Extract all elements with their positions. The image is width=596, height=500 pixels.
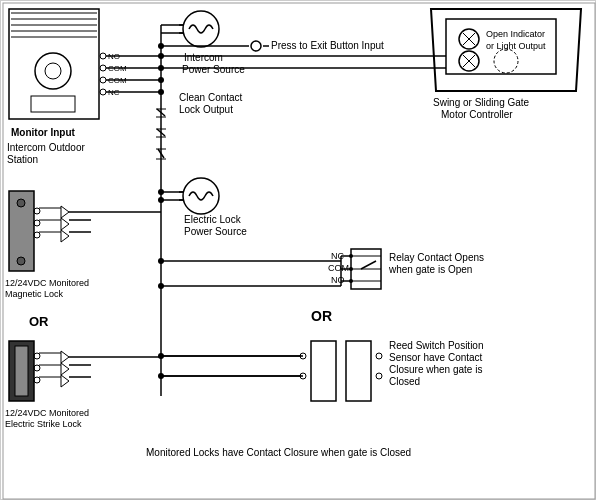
svg-text:Closed: Closed — [389, 376, 420, 387]
svg-rect-1 — [3, 3, 595, 499]
svg-point-45 — [158, 77, 164, 83]
svg-point-22 — [183, 11, 219, 47]
svg-text:OR: OR — [29, 314, 49, 329]
svg-text:Electric Lock: Electric Lock — [184, 214, 242, 225]
svg-point-121 — [376, 373, 382, 379]
svg-text:Motor Controller: Motor Controller — [441, 109, 513, 120]
svg-point-11 — [100, 53, 106, 59]
svg-line-103 — [361, 261, 376, 269]
svg-marker-77 — [61, 363, 69, 375]
svg-text:Electric Strike Lock: Electric Strike Lock — [5, 419, 82, 429]
svg-text:Open Indicator: Open Indicator — [486, 29, 545, 39]
svg-marker-62 — [61, 206, 69, 218]
svg-point-70 — [34, 353, 40, 359]
svg-point-150 — [158, 258, 164, 264]
svg-point-27 — [251, 41, 261, 51]
svg-text:COM: COM — [328, 263, 349, 273]
svg-point-72 — [34, 377, 40, 383]
svg-rect-117 — [346, 341, 371, 401]
svg-point-58 — [34, 232, 40, 238]
svg-point-9 — [45, 63, 61, 79]
svg-text:Press to Exit Button Input: Press to Exit Button Input — [271, 40, 384, 51]
svg-point-54 — [17, 199, 25, 207]
svg-text:Clean Contact: Clean Contact — [179, 92, 243, 103]
svg-point-139 — [494, 49, 518, 73]
svg-text:Relay Contact Opens: Relay Contact Opens — [389, 252, 484, 263]
svg-text:Power Source: Power Source — [184, 226, 247, 237]
svg-point-55 — [17, 257, 25, 265]
svg-marker-76 — [61, 351, 69, 363]
svg-text:Reed Switch Position: Reed Switch Position — [389, 340, 484, 351]
svg-point-46 — [158, 89, 164, 95]
svg-point-71 — [34, 365, 40, 371]
svg-marker-78 — [61, 375, 69, 387]
svg-point-89 — [158, 197, 164, 203]
svg-point-88 — [158, 189, 164, 195]
svg-marker-64 — [61, 230, 69, 242]
svg-point-13 — [100, 77, 106, 83]
svg-rect-116 — [311, 341, 336, 401]
svg-text:Station: Station — [7, 154, 38, 165]
svg-text:Power Source: Power Source — [182, 64, 245, 75]
svg-rect-69 — [15, 346, 28, 396]
svg-point-81 — [183, 178, 219, 214]
svg-text:Intercom: Intercom — [184, 52, 223, 63]
svg-point-57 — [34, 220, 40, 226]
svg-text:when gate is Open: when gate is Open — [388, 264, 472, 275]
svg-text:Intercom Outdoor: Intercom Outdoor — [7, 142, 85, 153]
svg-text:12/24VDC Monitored: 12/24VDC Monitored — [5, 278, 89, 288]
svg-text:Lock Output: Lock Output — [179, 104, 233, 115]
svg-text:Monitored Locks have Contact C: Monitored Locks have Contact Closure whe… — [146, 447, 411, 458]
svg-text:Closure when gate is: Closure when gate is — [389, 364, 482, 375]
svg-text:Sensor have Contact: Sensor have Contact — [389, 352, 483, 363]
wiring-diagram: NO COM COM NC Monitor Input Intercom Out… — [0, 0, 596, 500]
svg-point-12 — [100, 65, 106, 71]
svg-text:Swing or Sliding Gate: Swing or Sliding Gate — [433, 97, 530, 108]
svg-text:Magnetic Lock: Magnetic Lock — [5, 289, 64, 299]
svg-text:Monitor Input: Monitor Input — [11, 127, 76, 138]
svg-marker-63 — [61, 218, 69, 230]
svg-point-14 — [100, 89, 106, 95]
svg-text:NO: NO — [331, 275, 345, 285]
svg-point-41 — [158, 43, 164, 49]
svg-text:or Light Output: or Light Output — [486, 41, 546, 51]
svg-text:OR: OR — [311, 308, 332, 324]
svg-point-8 — [35, 53, 71, 89]
svg-text:12/24VDC Monitored: 12/24VDC Monitored — [5, 408, 89, 418]
svg-rect-10 — [31, 96, 75, 112]
svg-point-120 — [376, 353, 382, 359]
svg-point-56 — [34, 208, 40, 214]
